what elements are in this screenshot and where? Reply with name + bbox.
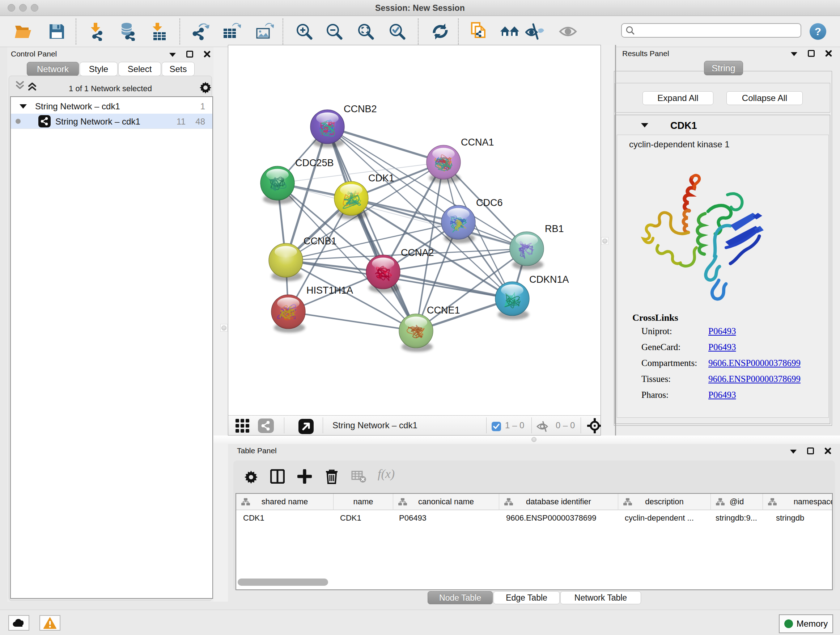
open-session-button[interactable] — [13, 21, 33, 42]
expand-all-button[interactable]: Expand All — [643, 91, 714, 105]
import-network-database-button[interactable] — [117, 21, 137, 42]
open-in-new-icon[interactable] — [298, 419, 314, 435]
tab-sets[interactable]: Sets — [162, 62, 195, 76]
column-header-namespace[interactable]: namespace — [763, 494, 833, 510]
panel-window-controls — [790, 448, 831, 456]
network-options-gear-icon[interactable] — [198, 80, 213, 96]
crosslink-link[interactable]: P06493 — [708, 342, 736, 352]
network-node-CCNB2[interactable] — [310, 110, 344, 148]
birdseye-view-icon[interactable] — [235, 418, 249, 434]
show-eye-button[interactable] — [558, 21, 578, 42]
table-cell[interactable]: cyclin-dependent ... — [625, 513, 694, 523]
table-cell[interactable]: CDK1 — [340, 513, 362, 523]
panel-close-icon[interactable] — [825, 50, 832, 58]
memory-button[interactable]: Memory — [779, 614, 833, 633]
network-node-CCNA1[interactable] — [426, 145, 461, 183]
tab-select[interactable]: Select — [118, 62, 161, 76]
network-edge-CCNB2-CCNE1[interactable] — [327, 127, 416, 331]
panel-window-controls — [791, 50, 832, 58]
collection-expand-icon[interactable] — [19, 103, 27, 110]
column-header-name[interactable]: name — [333, 494, 393, 510]
network-node-CDKN1A[interactable] — [495, 282, 529, 320]
panel-float-icon[interactable] — [808, 50, 815, 58]
table-cell[interactable]: stringdb — [776, 513, 804, 523]
table-cell[interactable]: 9606.ENSP00000378699 — [506, 513, 597, 523]
column-header-canonical-name[interactable]: canonical name — [393, 494, 499, 510]
network-collection-row[interactable]: String Network – cdk1 1 — [11, 98, 212, 114]
panel-close-icon[interactable] — [824, 448, 831, 456]
table-cell[interactable]: stringdb:9... — [715, 513, 757, 523]
table-cell[interactable]: P06493 — [399, 513, 426, 523]
cdk1-details: cyclin-dependent kinase 1 — [617, 135, 829, 418]
import-table-file-button[interactable] — [149, 21, 169, 42]
delete-row-trash-icon[interactable] — [323, 468, 340, 485]
help-button[interactable]: ? — [810, 23, 826, 40]
network-edge-CCNA2-CDKN1A[interactable] — [383, 272, 512, 299]
tab-network-table[interactable]: Network Table — [561, 591, 641, 604]
hidden-node-edge-count: 0 – 0 — [556, 420, 575, 431]
crosslink-link[interactable]: P06493 — [708, 326, 736, 336]
network-row-selected[interactable]: String Network – cdk1 11 48 — [11, 114, 212, 129]
column-header-description[interactable]: description — [618, 494, 711, 510]
network-node-HIST1H1A[interactable] — [271, 295, 305, 333]
tab-network[interactable]: Network — [27, 62, 79, 76]
search-input[interactable] — [635, 26, 801, 35]
network-edge-CCNB2-CCNA1[interactable] — [327, 127, 444, 162]
export-image-button[interactable] — [254, 21, 275, 42]
crosslink-link[interactable]: P06493 — [708, 390, 736, 400]
table-options-gear-icon[interactable] — [242, 468, 260, 485]
share-network-icon[interactable] — [258, 418, 274, 434]
network-node-CCNB1[interactable] — [269, 243, 303, 281]
network-node-CCNA2[interactable] — [366, 255, 400, 293]
zoom-selected-button[interactable] — [387, 21, 407, 42]
panel-collapse-icon[interactable] — [169, 52, 176, 58]
split-columns-icon[interactable] — [269, 468, 286, 485]
column-header-database-identifier[interactable]: database identifier — [499, 494, 618, 510]
import-network-file-button[interactable] — [86, 21, 106, 42]
fit-selected-crosshair-icon[interactable] — [587, 418, 602, 435]
cdk1-description: cyclin-dependent kinase 1 — [629, 139, 729, 149]
network-graph[interactable]: CCNB2CCNA1CDC25BCDK1CDC6RB1CCNB1CCNA2CDK… — [228, 45, 600, 415]
export-table-button[interactable] — [221, 21, 242, 42]
network-canvas[interactable]: CCNB2CCNA1CDC25BCDK1CDC6RB1CCNB1CCNA2CDK… — [228, 45, 601, 415]
zoom-out-button[interactable] — [324, 21, 344, 42]
column-header--id[interactable]: @id — [711, 494, 763, 510]
vertical-splitter-right[interactable] — [601, 45, 615, 435]
warning-button[interactable] — [39, 615, 60, 631]
crosslink-link[interactable]: 9606.ENSP00000378699 — [708, 358, 801, 368]
network-node-CDK1[interactable] — [334, 181, 368, 219]
tab-edge-table[interactable]: Edge Table — [493, 591, 560, 604]
column-header-shared-name[interactable]: shared name — [236, 494, 333, 510]
tab-node-table[interactable]: Node Table — [428, 591, 493, 604]
zoom-in-button[interactable] — [294, 21, 314, 42]
main-toolbar: ? — [0, 16, 840, 47]
add-column-icon[interactable] — [296, 468, 313, 485]
network-node-RB1[interactable] — [510, 232, 544, 270]
tab-style[interactable]: Style — [80, 62, 118, 76]
network-node-CDC25B[interactable] — [261, 166, 294, 204]
table-cell[interactable]: CDK1 — [243, 513, 264, 523]
zoom-fit-button[interactable] — [355, 21, 376, 42]
refresh-button[interactable] — [430, 21, 450, 42]
cloud-button[interactable] — [8, 615, 29, 631]
panel-collapse-icon[interactable] — [791, 51, 797, 57]
search-box[interactable] — [621, 23, 801, 38]
panel-close-icon[interactable] — [204, 51, 210, 59]
collapse-all-button[interactable]: Collapse All — [726, 91, 803, 105]
cdk1-collapse-icon[interactable] — [641, 122, 648, 129]
panel-collapse-icon[interactable] — [790, 448, 797, 455]
copy-network-button[interactable] — [468, 21, 488, 42]
home-button[interactable] — [500, 21, 520, 42]
horizontal-scrollbar-thumb[interactable] — [238, 578, 328, 586]
selected-checkbox-icon[interactable] — [492, 422, 501, 432]
save-session-button[interactable] — [47, 21, 67, 42]
export-network-button[interactable] — [190, 21, 210, 42]
crosslink-link[interactable]: 9606.ENSP00000378699 — [708, 374, 801, 384]
hide-selected-button[interactable] — [525, 21, 546, 42]
panel-float-icon[interactable] — [807, 448, 814, 456]
separator — [581, 417, 581, 433]
horizontal-splitter[interactable] — [213, 435, 840, 444]
network-node-CDC6[interactable] — [441, 205, 475, 243]
panel-float-icon[interactable] — [186, 51, 193, 59]
network-node-CCNE1[interactable] — [399, 314, 433, 352]
